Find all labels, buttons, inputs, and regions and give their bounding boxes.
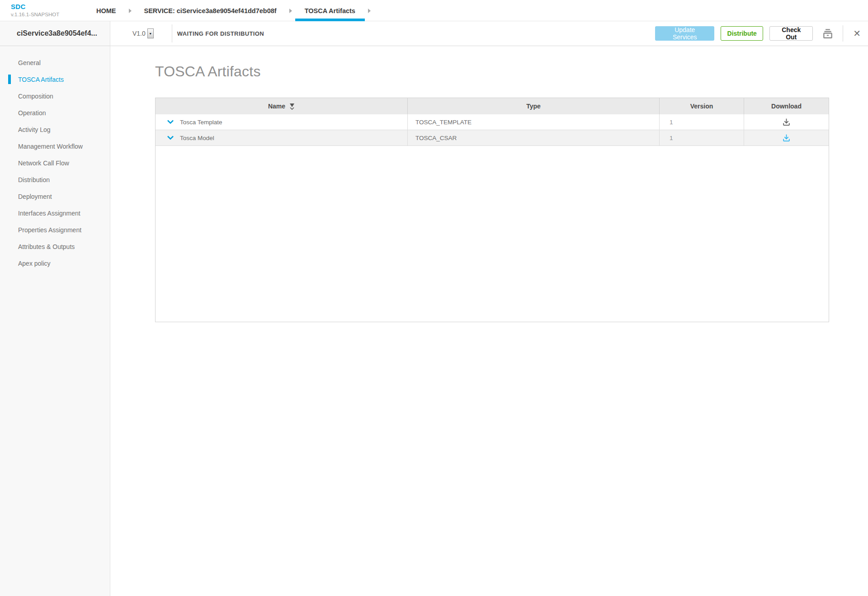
artifact-type-cell: TOSCA_CSAR	[408, 130, 660, 146]
workspace-toolbar: V1.0 ▼ WAITING FOR DISTRIBUTION Update S…	[110, 21, 868, 46]
toolbar-divider	[172, 24, 172, 42]
app-version-label: v.1.16.1-SNAPSHOT	[11, 12, 59, 18]
sidebar-item-operation[interactable]: Operation	[0, 104, 110, 121]
sidebar-item-network-call-flow[interactable]: Network Call Flow	[0, 155, 110, 171]
column-header-version[interactable]: Version	[660, 98, 744, 114]
artifact-download-cell	[744, 130, 829, 146]
active-indicator-bar	[8, 75, 11, 84]
nav-tab-service[interactable]: SERVICE: ciService3a8e9054ef41dd7eb08f	[144, 0, 277, 21]
lifecycle-status-label: WAITING FOR DISTRIBUTION	[177, 30, 264, 37]
sidebar-item-deployment[interactable]: Deployment	[0, 188, 110, 205]
sidebar-item-interfaces-assignment[interactable]: Interfaces Assignment	[0, 205, 110, 221]
expand-chevron-down-icon[interactable]	[167, 120, 174, 124]
sort-icon[interactable]	[289, 103, 295, 110]
nav-tab-home[interactable]: HOME	[96, 0, 116, 21]
update-services-button[interactable]: Update Services	[655, 26, 714, 41]
main-content: TOSCA Artifacts Name Type Version Downlo…	[110, 46, 868, 596]
version-selector[interactable]: V1.0 ▼	[132, 28, 154, 38]
sidebar-item-activity-log[interactable]: Activity Log	[0, 121, 110, 138]
expand-chevron-down-icon[interactable]	[167, 136, 174, 140]
column-header-type[interactable]: Type	[408, 98, 660, 114]
sidebar-item-label: TOSCA Artifacts	[18, 76, 64, 83]
artifact-version-cell: 1	[660, 114, 744, 130]
artifact-download-cell	[744, 114, 829, 130]
sidebar-item-composition[interactable]: Composition	[0, 88, 110, 104]
page-title: TOSCA Artifacts	[155, 63, 261, 80]
artifact-type-cell: TOSCA_TEMPLATE	[408, 114, 660, 130]
sidebar-item-general[interactable]: General	[0, 54, 110, 71]
printer-icon[interactable]	[822, 28, 834, 39]
table-row: Tosca Model TOSCA_CSAR 1	[156, 130, 829, 146]
app-logo-text: SDC	[11, 3, 59, 11]
sidebar-item-tosca-artifacts[interactable]: TOSCA Artifacts	[0, 71, 110, 88]
tosca-artifacts-table: Name Type Version Download Tosca Templat…	[155, 98, 829, 322]
chevron-down-icon	[289, 107, 295, 110]
breadcrumb-arrow-icon	[289, 9, 292, 13]
column-header-label: Name	[268, 103, 285, 110]
version-dropdown-spinner[interactable]: ▼	[147, 28, 154, 38]
breadcrumb-arrow-icon	[129, 9, 132, 13]
sidebar: ciService3a8e9054ef4... General TOSCA Ar…	[0, 21, 110, 596]
sort-trapezoid-icon	[290, 103, 294, 107]
sidebar-menu: General TOSCA Artifacts Composition Oper…	[0, 46, 110, 272]
table-row: Tosca Template TOSCA_TEMPLATE 1	[156, 114, 829, 130]
column-header-name[interactable]: Name	[156, 98, 408, 114]
page: SDC v.1.16.1-SNAPSHOT HOME SERVICE: ciSe…	[0, 0, 868, 596]
entity-name: ciService3a8e9054ef4...	[17, 29, 97, 38]
artifact-name-cell: Tosca Template	[156, 114, 408, 130]
artifact-name: Tosca Model	[180, 135, 214, 141]
toolbar-actions: Update Services Distribute Check Out ✕	[655, 25, 861, 42]
close-icon[interactable]: ✕	[853, 29, 861, 38]
nav-tab-tosca-artifacts[interactable]: TOSCA Artifacts	[305, 0, 355, 21]
app-logo[interactable]: SDC v.1.16.1-SNAPSHOT	[11, 3, 59, 17]
sidebar-header: ciService3a8e9054ef4...	[0, 21, 110, 46]
check-out-button[interactable]: Check Out	[769, 26, 813, 41]
sidebar-item-attributes-outputs[interactable]: Attributes & Outputs	[0, 238, 110, 255]
download-icon[interactable]	[782, 118, 791, 127]
artifact-name: Tosca Template	[180, 119, 222, 126]
column-header-download[interactable]: Download	[744, 98, 829, 114]
sidebar-item-distribution[interactable]: Distribution	[0, 171, 110, 188]
sidebar-item-management-workflow[interactable]: Management Workflow	[0, 138, 110, 155]
artifact-version-cell: 1	[660, 130, 744, 146]
sidebar-item-properties-assignment[interactable]: Properties Assignment	[0, 221, 110, 238]
download-icon[interactable]	[782, 134, 791, 142]
artifact-name-cell: Tosca Model	[156, 130, 408, 146]
table-header-row: Name Type Version Download	[156, 98, 829, 114]
breadcrumb-arrow-icon	[368, 9, 371, 13]
breadcrumb: HOME SERVICE: ciService3a8e9054ef41dd7eb…	[96, 0, 371, 21]
distribute-button[interactable]: Distribute	[721, 26, 763, 41]
sidebar-item-apex-policy[interactable]: Apex policy	[0, 255, 110, 272]
version-selector-value: V1.0	[132, 30, 146, 37]
toolbar-divider	[843, 25, 843, 42]
top-nav-bar: SDC v.1.16.1-SNAPSHOT HOME SERVICE: ciSe…	[0, 0, 868, 21]
